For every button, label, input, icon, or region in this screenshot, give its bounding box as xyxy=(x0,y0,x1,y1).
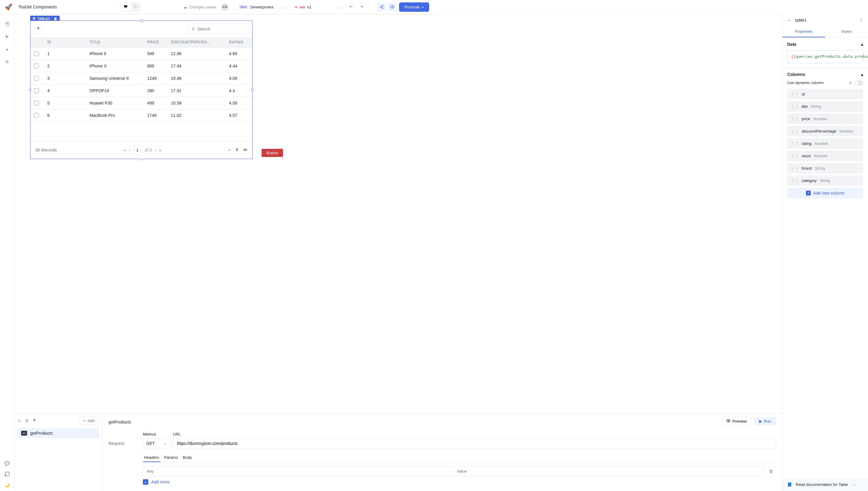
share-button[interactable] xyxy=(377,3,386,11)
table-row[interactable]: 3 Samsung Universe 9 1249 15.46 4.09 xyxy=(30,72,252,85)
chevron-down-icon: ⌄ xyxy=(281,5,284,9)
resize-handle[interactable] xyxy=(29,89,31,91)
svg-line-6 xyxy=(381,6,382,7)
row-checkbox[interactable] xyxy=(34,63,39,68)
view-toggle xyxy=(120,3,140,11)
page-input[interactable] xyxy=(133,145,142,154)
row-checkbox[interactable] xyxy=(34,113,39,118)
gear-icon: ⚙ xyxy=(32,17,35,21)
saved-indicator: ☁ Changes saved xyxy=(183,5,216,9)
env-selector[interactable]: Env Development ⌄ xyxy=(239,5,284,9)
data-table: ID TITLE PRICE DISCOUNTPERCEN... RATING … xyxy=(30,37,252,122)
svg-line-7 xyxy=(381,7,382,8)
col-header[interactable]: TITLE xyxy=(86,37,143,48)
mobile-view-button[interactable] xyxy=(131,3,140,11)
row-checkbox[interactable] xyxy=(34,76,39,81)
divider xyxy=(289,3,290,10)
table-toolbar: ⚲ xyxy=(30,21,252,37)
avatar[interactable]: KR xyxy=(221,3,229,11)
search-box[interactable]: ⚲ xyxy=(188,24,249,34)
svg-point-3 xyxy=(382,5,383,6)
col-header[interactable]: PRICE xyxy=(143,37,167,48)
first-page-icon[interactable]: « xyxy=(123,148,126,152)
col-header[interactable]: DISCOUNTPERCEN... xyxy=(167,37,225,48)
svg-rect-0 xyxy=(124,5,127,7)
debugger-icon[interactable]: ✦ xyxy=(5,47,9,52)
table-component[interactable]: ⚲ ID TITLE PRICE DISCOUNTPERCEN... RATIN… xyxy=(30,21,253,159)
logo-icon[interactable]: 🚀 xyxy=(5,3,12,10)
version-selector[interactable]: ≋ ver v1 ⌄ xyxy=(295,5,341,9)
cloud-icon: ☁ xyxy=(183,5,187,9)
redo-button[interactable]: ↷ xyxy=(358,3,366,11)
col-header[interactable]: RATING xyxy=(225,37,252,48)
svg-point-4 xyxy=(380,6,381,7)
svg-point-5 xyxy=(382,7,383,9)
row-checkbox[interactable] xyxy=(34,88,39,93)
page-of-text: of 3 xyxy=(145,148,151,152)
chevron-right-icon: » xyxy=(422,5,424,9)
col-header[interactable]: ID xyxy=(44,37,86,48)
row-checkbox[interactable] xyxy=(34,51,39,56)
inspector-icon[interactable] xyxy=(5,34,10,40)
search-icon: ⚲ xyxy=(192,27,195,31)
canvas[interactable]: ⚙ TABLE1 🗑 ⚲ ID TITLE PRICE DIS xyxy=(15,14,434,246)
row-checkbox[interactable] xyxy=(34,100,39,106)
table-row[interactable]: 5 Huawei P30 499 10.58 4.09 xyxy=(30,97,252,109)
table-row[interactable]: 4 OPPOF19 280 17.91 4.3 xyxy=(30,85,252,97)
chevron-down-icon: ⌄ xyxy=(337,5,341,9)
settings-icon[interactable]: ⚙ xyxy=(5,59,9,64)
table-footer: 30 Records « ‹ of 3 › » + xyxy=(30,141,252,159)
pagination: « ‹ of 3 › » xyxy=(123,145,162,154)
desktop-view-button[interactable] xyxy=(120,3,131,11)
app-header: 🚀 ToolJet Components ☁ Changes saved KR … xyxy=(0,0,434,14)
left-sidebar: ✦ ⚙ 💬 💭 🌙 xyxy=(0,14,15,246)
table-header-row: ID TITLE PRICE DISCOUNTPERCEN... RATING xyxy=(30,37,252,48)
table-row[interactable]: 1 iPhone 9 549 12.96 4.69 xyxy=(30,48,252,60)
last-page-icon[interactable]: » xyxy=(159,148,162,152)
canvas-button-widget[interactable]: Button xyxy=(261,149,283,157)
footer-actions: + xyxy=(228,148,247,153)
undo-button[interactable]: ↶ xyxy=(346,3,355,11)
layers-icon: ≋ xyxy=(295,5,298,9)
svg-rect-1 xyxy=(125,7,126,8)
prev-page-icon[interactable]: ‹ xyxy=(129,148,130,152)
table-row[interactable]: 2 iPhone X 899 17.94 4.44 xyxy=(30,60,252,72)
svg-point-8 xyxy=(392,6,393,7)
svg-rect-2 xyxy=(134,5,136,7)
divider xyxy=(233,3,234,10)
download-icon[interactable] xyxy=(235,148,239,153)
visibility-icon[interactable] xyxy=(243,148,247,153)
trash-icon[interactable]: 🗑 xyxy=(54,17,57,21)
pages-icon[interactable] xyxy=(5,21,10,27)
filter-button[interactable] xyxy=(34,24,43,33)
app-title: ToolJet Components xyxy=(18,4,57,9)
next-page-icon[interactable]: › xyxy=(155,148,156,152)
add-row-icon[interactable]: + xyxy=(228,148,230,153)
table-row[interactable]: 6 MacBook Pro 1749 11.02 4.57 xyxy=(30,109,252,122)
preview-button[interactable] xyxy=(388,3,397,11)
search-input[interactable] xyxy=(197,27,250,31)
promote-button[interactable]: Promote » xyxy=(399,2,429,12)
records-count: 30 Records xyxy=(35,148,57,152)
